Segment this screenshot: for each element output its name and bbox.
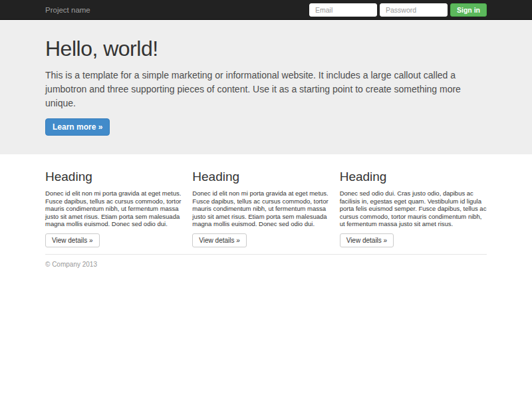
- password-input[interactable]: [380, 3, 448, 17]
- jumbotron-description: This is a template for a simple marketin…: [45, 68, 487, 110]
- sign-in-button[interactable]: Sign in: [450, 3, 487, 17]
- marketing-column-1: Heading Donec id elit non mi porta gravi…: [45, 170, 192, 247]
- column-body: Donec sed odio dui. Cras justo odio, dap…: [340, 190, 487, 228]
- footer-divider: [45, 254, 487, 255]
- marketing-column-2: Heading Donec id elit non mi porta gravi…: [192, 170, 339, 247]
- email-input[interactable]: [309, 3, 377, 17]
- page-title: Hello, world!: [45, 37, 487, 61]
- view-details-button-2[interactable]: View details »: [192, 233, 247, 247]
- column-heading: Heading: [340, 170, 487, 184]
- column-body: Donec id elit non mi porta gravida at eg…: [45, 190, 184, 228]
- sign-in-form: Sign in: [309, 3, 487, 17]
- marketing-column-3: Heading Donec sed odio dui. Cras justo o…: [340, 170, 487, 247]
- column-heading: Heading: [45, 170, 184, 184]
- top-navbar: Project name Sign in: [0, 0, 532, 20]
- marketing-row: Heading Donec id elit non mi porta gravi…: [45, 170, 487, 247]
- jumbotron: Hello, world! This is a template for a s…: [0, 20, 532, 154]
- view-details-button-1[interactable]: View details »: [45, 233, 100, 247]
- brand-link[interactable]: Project name: [45, 0, 90, 20]
- learn-more-button[interactable]: Learn more »: [45, 118, 110, 136]
- column-heading: Heading: [192, 170, 331, 184]
- copyright-text: © Company 2013: [45, 261, 487, 268]
- column-body: Donec id elit non mi porta gravida at eg…: [192, 190, 331, 228]
- footer: © Company 2013: [45, 254, 487, 268]
- view-details-button-3[interactable]: View details »: [340, 233, 394, 247]
